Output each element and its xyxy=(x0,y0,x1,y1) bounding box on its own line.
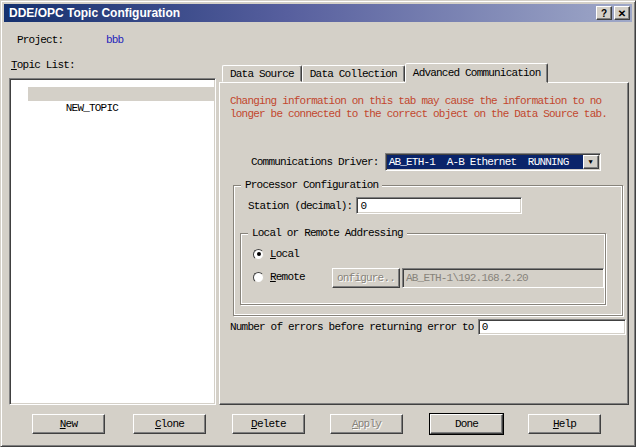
communications-driver-label: Communications Driver: xyxy=(251,156,379,168)
driver-combobox[interactable]: AB_ETH-1 A-B Ethernet RUNNING ▼ xyxy=(385,153,601,171)
clone-button[interactable]: Clone xyxy=(133,414,206,434)
help-icon[interactable]: ? xyxy=(596,6,612,20)
communications-driver-row: Communications Driver: AB_ETH-1 A-B Ethe… xyxy=(251,153,601,171)
done-button[interactable]: Done xyxy=(430,414,503,434)
remote-radio-row: Remote xyxy=(253,271,305,283)
local-radio-row: Local xyxy=(253,248,299,260)
project-label: Project: xyxy=(17,34,63,46)
apply-button[interactable]: Apply xyxy=(330,414,403,434)
errors-input[interactable] xyxy=(478,319,626,335)
remote-radio-label[interactable]: Remote xyxy=(270,271,305,283)
errors-label: Number of errors before returning error … xyxy=(230,321,474,333)
new-button[interactable]: New xyxy=(32,414,105,434)
processor-configuration-title: Processor Configuration xyxy=(241,179,382,191)
titlebar-buttons: ? ✕ xyxy=(596,6,632,20)
station-input[interactable] xyxy=(356,197,522,214)
tab-data-source[interactable]: Data Source xyxy=(222,65,302,82)
topic-list-label: Topic List: xyxy=(11,59,75,71)
delete-button[interactable]: Delete xyxy=(232,414,305,434)
processor-configuration-group: Processor Configuration Station (decimal… xyxy=(233,185,623,316)
close-icon[interactable]: ✕ xyxy=(614,6,630,20)
dde-opc-topic-configuration-dialog: DDE/OPC Topic Configuration ? ✕ Project:… xyxy=(0,0,636,447)
driver-combobox-value: AB_ETH-1 A-B Ethernet RUNNING xyxy=(387,155,583,169)
tab-advanced-communication[interactable]: Advanced Communication xyxy=(405,63,549,83)
station-row: Station (decimal): xyxy=(248,197,522,214)
project-value: bbb xyxy=(106,34,123,46)
list-item[interactable]: NEW_TOPIC xyxy=(28,87,215,101)
warning-text: Changing information on this tab may cau… xyxy=(230,95,612,121)
chevron-down-icon[interactable]: ▼ xyxy=(583,155,599,169)
remote-address-field[interactable] xyxy=(402,268,604,288)
help-button[interactable]: Help xyxy=(528,414,601,434)
remote-radio[interactable] xyxy=(253,272,264,283)
local-radio-label[interactable]: Local xyxy=(270,248,299,260)
tabstrip: Data Source Data Collection Advanced Com… xyxy=(222,62,548,82)
window-title: DDE/OPC Topic Configuration xyxy=(9,6,180,20)
topic-listbox[interactable]: NEW_TOPIC xyxy=(9,78,216,405)
local-remote-addressing-group: Local or Remote Addressing Local Remote … xyxy=(240,233,606,305)
advanced-communication-panel: Changing information on this tab may cau… xyxy=(219,82,629,405)
tab-data-collection[interactable]: Data Collection xyxy=(302,65,405,82)
station-label: Station (decimal): xyxy=(248,200,352,212)
titlebar[interactable]: DDE/OPC Topic Configuration ? ✕ xyxy=(4,4,632,22)
configure-button[interactable]: onfigure.. xyxy=(332,268,400,288)
local-radio[interactable] xyxy=(253,249,264,260)
errors-row: Number of errors before returning error … xyxy=(230,319,626,335)
local-remote-addressing-title: Local or Remote Addressing xyxy=(248,227,407,239)
topic-name: NEW_TOPIC xyxy=(66,102,118,114)
